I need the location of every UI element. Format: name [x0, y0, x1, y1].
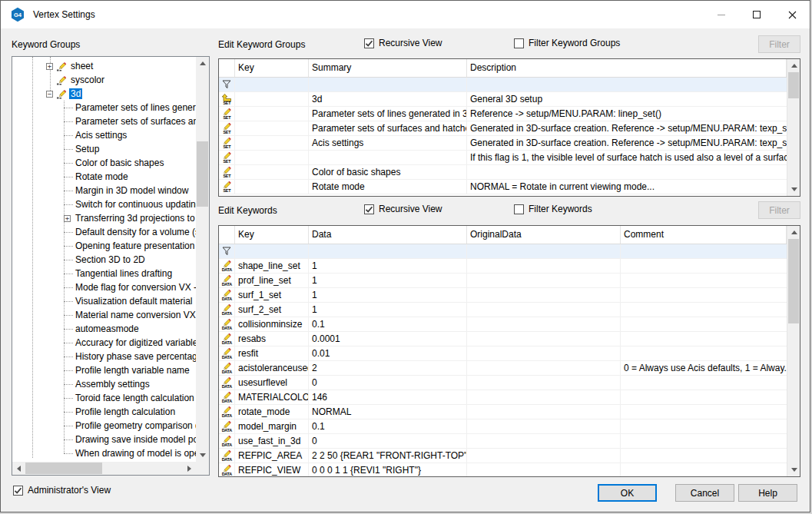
tree-item[interactable]: Mode flag for conversion VX - 3	[12, 280, 196, 294]
tree-item[interactable]: Assembly settings	[12, 377, 196, 391]
help-button[interactable]: Help	[738, 484, 797, 502]
tree-item[interactable]: Switch for continuous updating	[12, 197, 196, 211]
scroll-up-button[interactable]	[787, 59, 800, 72]
keywords-table-scrollbar[interactable]	[787, 226, 800, 476]
tree-connector	[64, 439, 73, 440]
table-row[interactable]: SETRotate modeNORMAL = Rotate in current…	[219, 180, 787, 194]
vertex-settings-dialog: G4 Vertex Settings Keyword Groups Edit K…	[0, 0, 810, 512]
filter-keywords-checkbox[interactable]	[514, 204, 524, 214]
table-row[interactable]: DATAsurf_2_set1	[219, 303, 787, 317]
column-header-key[interactable]: Key	[235, 226, 309, 244]
scrollbar-thumb[interactable]	[788, 239, 799, 323]
table-row[interactable]: DATAprof_line_set1	[219, 274, 787, 288]
table-row[interactable]: DATAcollisionminsize0.1	[219, 317, 787, 332]
table-row[interactable]: DATAMATERIALCOLOR146	[219, 390, 787, 405]
filter-row[interactable]	[219, 244, 787, 259]
groups-recursive-view-checkbox[interactable]	[364, 38, 374, 48]
cell-originaldata	[467, 405, 621, 419]
groups-filter-button[interactable]: Filter	[758, 35, 800, 53]
tree-item[interactable]: Section 3D to 2D	[12, 253, 196, 267]
table-row[interactable]: DATAuse_fast_in_3d0	[219, 434, 787, 449]
keywords-recursive-view-checkbox[interactable]	[364, 204, 374, 214]
tree-item[interactable]: Setup	[12, 142, 196, 156]
table-row[interactable]: SET3dGeneral 3D setup	[219, 92, 787, 107]
cancel-button[interactable]: Cancel	[675, 484, 734, 502]
column-header-data[interactable]: Data	[309, 226, 467, 244]
administrators-view-checkbox[interactable]	[13, 486, 23, 496]
tree-item[interactable]: Parameter sets of lines generate	[12, 101, 196, 114]
filter-row[interactable]	[219, 78, 787, 92]
tree-item[interactable]: Visualization default material	[12, 294, 196, 308]
column-header-originaldata[interactable]: OriginalData	[467, 226, 621, 244]
tree-item[interactable]: +Transferring 3d projections to 2d	[12, 211, 196, 225]
groups-table-scrollbar[interactable]	[787, 59, 800, 196]
tree-item[interactable]: syscolor	[12, 73, 196, 87]
table-row[interactable]: SETParameter sets of surfaces and hatche…	[219, 121, 787, 136]
table-row[interactable]: DATAusesurflevel0	[219, 376, 787, 390]
table-row[interactable]: DATAresabs0.0001	[219, 332, 787, 347]
column-header-comment[interactable]: Comment	[621, 226, 787, 244]
tree-item[interactable]: Color of basic shapes	[12, 156, 196, 170]
scroll-left-button[interactable]	[12, 462, 25, 475]
expand-icon[interactable]: +	[46, 63, 53, 70]
tree-item[interactable]: Accuracy for digitized variable v	[12, 336, 196, 350]
table-row[interactable]: DATAREFPIC_VIEW0 0 0 1 1 {REVI1 "RIGHT"}	[219, 463, 787, 476]
tree-item[interactable]: Margin in 3D model window	[12, 184, 196, 197]
table-row[interactable]: DATAsurf_1_set1	[219, 288, 787, 303]
table-row[interactable]: SETAcis settingsGenerated in 3D-surface …	[219, 136, 787, 151]
column-header-key[interactable]: Key	[235, 59, 309, 77]
table-row[interactable]: SETIf this flag is 1, the visible level …	[219, 151, 787, 165]
scroll-down-button[interactable]	[787, 463, 800, 476]
cell-key: model_margin	[235, 419, 309, 433]
tree-vertical-scrollbar[interactable]	[196, 57, 209, 462]
scrollbar-thumb[interactable]	[197, 141, 208, 207]
tree-item[interactable]: −3d	[12, 87, 196, 101]
expand-icon[interactable]: +	[64, 215, 71, 222]
minimize-button[interactable]	[704, 1, 739, 28]
tree-item[interactable]: Drawing save inside model poss	[12, 433, 196, 446]
filter-keyword-groups-checkbox[interactable]	[514, 38, 524, 48]
keywords-filter-button[interactable]: Filter	[758, 201, 800, 219]
table-row[interactable]: DATAresfit0.01	[219, 347, 787, 361]
tree-item[interactable]: When drawing of model is open	[12, 446, 196, 460]
cell-comment	[621, 332, 787, 346]
tree-item[interactable]: Material name conversion VX - 3	[12, 308, 196, 322]
scroll-up-button[interactable]	[196, 57, 209, 70]
set-pencil-icon: SET	[219, 121, 235, 135]
scrollbar-thumb[interactable]	[788, 72, 799, 98]
tree-item[interactable]: Opening feature presentation in	[12, 239, 196, 253]
tree-item[interactable]: History phase save percentage	[12, 350, 196, 363]
scrollbar-thumb[interactable]	[25, 463, 102, 474]
tree-item[interactable]: Profile geometry comparison do	[12, 419, 196, 433]
scroll-down-button[interactable]	[787, 183, 800, 196]
tree-item[interactable]: Rotate mode	[12, 170, 196, 184]
table-row[interactable]: SETParameter sets of lines generated in …	[219, 107, 787, 121]
table-row[interactable]: DATAshape_line_set1	[219, 259, 787, 274]
tree-item[interactable]: Toroid face length calculation	[12, 391, 196, 405]
tree-item[interactable]: Acis settings	[12, 128, 196, 142]
maximize-button[interactable]	[739, 1, 774, 28]
data-pencil-icon: DATA	[219, 405, 235, 419]
tree-item[interactable]: Tangential lines drafting	[12, 267, 196, 280]
table-row[interactable]: DATArotate_modeNORMAL	[219, 405, 787, 419]
tree-horizontal-scrollbar[interactable]	[12, 462, 196, 475]
tree-item[interactable]: automeasmode	[12, 322, 196, 336]
scroll-down-button[interactable]	[196, 449, 209, 462]
tree-item[interactable]: Profile length calculation	[12, 405, 196, 419]
scroll-up-button[interactable]	[787, 226, 800, 239]
table-row[interactable]: SETColor of basic shapes	[219, 165, 787, 180]
collapse-icon[interactable]: −	[46, 91, 53, 98]
table-row[interactable]: DATAacistoleranceused20 = Always use Aci…	[219, 361, 787, 376]
close-button[interactable]	[774, 1, 810, 28]
tree-item[interactable]: Default density for a volume (ste	[12, 225, 196, 239]
tree-item[interactable]: Profile length variable name	[12, 363, 196, 377]
column-header-summary[interactable]: Summary	[309, 59, 467, 77]
table-row[interactable]: DATAmodel_margin0.1	[219, 419, 787, 434]
column-header-description[interactable]: Description	[467, 59, 787, 77]
scroll-right-button[interactable]	[183, 462, 196, 475]
table-row[interactable]: DATAREFPIC_AREA2 2 50 {REAR1 "FRONT-RIGH…	[219, 449, 787, 463]
tree-item-label: automeasmode	[74, 323, 141, 334]
tree-item[interactable]: Parameter sets of surfaces and h	[12, 114, 196, 128]
ok-button[interactable]: OK	[598, 484, 657, 502]
tree-item[interactable]: +sheet	[12, 59, 196, 73]
